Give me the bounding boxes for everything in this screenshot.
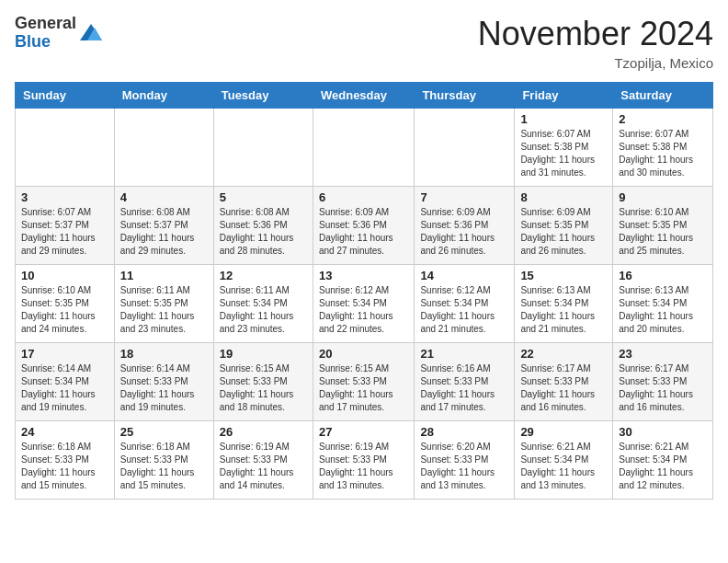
week-row-3: 10Sunrise: 6:10 AMSunset: 5:35 PMDayligh… bbox=[16, 265, 713, 343]
day-number: 7 bbox=[420, 190, 508, 204]
day-cell: 3Sunrise: 6:07 AMSunset: 5:37 PMDaylight… bbox=[16, 187, 115, 265]
week-row-4: 17Sunrise: 6:14 AMSunset: 5:34 PMDayligh… bbox=[16, 343, 713, 421]
day-info: Sunrise: 6:15 AMSunset: 5:33 PMDaylight:… bbox=[220, 362, 307, 414]
week-row-2: 3Sunrise: 6:07 AMSunset: 5:37 PMDaylight… bbox=[16, 187, 713, 265]
day-number: 30 bbox=[619, 425, 707, 439]
day-number: 28 bbox=[420, 425, 508, 439]
day-number: 18 bbox=[120, 347, 208, 361]
day-info: Sunrise: 6:21 AMSunset: 5:34 PMDaylight:… bbox=[619, 441, 707, 492]
day-number: 26 bbox=[220, 425, 307, 439]
calendar-table: SundayMondayTuesdayWednesdayThursdayFrid… bbox=[15, 82, 713, 500]
month-title: November 2024 bbox=[478, 15, 713, 53]
day-info: Sunrise: 6:09 AMSunset: 5:36 PMDaylight:… bbox=[319, 206, 408, 258]
day-cell: 23Sunrise: 6:17 AMSunset: 5:33 PMDayligh… bbox=[613, 343, 713, 421]
day-info: Sunrise: 6:11 AMSunset: 5:35 PMDaylight:… bbox=[120, 284, 208, 336]
day-number: 27 bbox=[319, 425, 408, 439]
day-cell: 2Sunrise: 6:07 AMSunset: 5:38 PMDaylight… bbox=[613, 109, 713, 187]
day-cell: 11Sunrise: 6:11 AMSunset: 5:35 PMDayligh… bbox=[114, 265, 213, 343]
day-number: 10 bbox=[21, 269, 108, 282]
day-cell bbox=[313, 109, 414, 187]
day-number: 11 bbox=[120, 269, 208, 282]
day-cell: 28Sunrise: 6:20 AMSunset: 5:33 PMDayligh… bbox=[415, 421, 515, 500]
day-info: Sunrise: 6:19 AMSunset: 5:33 PMDaylight:… bbox=[220, 441, 307, 492]
day-info: Sunrise: 6:13 AMSunset: 5:34 PMDaylight:… bbox=[520, 284, 607, 336]
day-info: Sunrise: 6:21 AMSunset: 5:34 PMDaylight:… bbox=[520, 441, 607, 492]
day-info: Sunrise: 6:14 AMSunset: 5:33 PMDaylight:… bbox=[120, 362, 208, 414]
day-number: 2 bbox=[619, 112, 707, 126]
header-cell-wednesday: Wednesday bbox=[313, 83, 414, 109]
logo-blue: Blue bbox=[15, 32, 51, 51]
day-cell: 9Sunrise: 6:10 AMSunset: 5:35 PMDaylight… bbox=[613, 187, 713, 265]
day-cell bbox=[213, 109, 313, 187]
day-cell: 24Sunrise: 6:18 AMSunset: 5:33 PMDayligh… bbox=[16, 421, 115, 500]
day-number: 23 bbox=[619, 347, 707, 361]
day-info: Sunrise: 6:08 AMSunset: 5:36 PMDaylight:… bbox=[220, 206, 307, 258]
day-info: Sunrise: 6:10 AMSunset: 5:35 PMDaylight:… bbox=[21, 284, 108, 336]
day-number: 8 bbox=[520, 190, 607, 204]
day-cell: 14Sunrise: 6:12 AMSunset: 5:34 PMDayligh… bbox=[415, 265, 515, 343]
header-cell-friday: Friday bbox=[515, 83, 613, 109]
page-header: General Blue November 2024 Tzopilja, Mex… bbox=[15, 15, 713, 71]
day-cell: 22Sunrise: 6:17 AMSunset: 5:33 PMDayligh… bbox=[515, 343, 613, 421]
day-info: Sunrise: 6:18 AMSunset: 5:33 PMDaylight:… bbox=[21, 441, 108, 492]
day-number: 16 bbox=[619, 269, 707, 282]
day-info: Sunrise: 6:07 AMSunset: 5:38 PMDaylight:… bbox=[619, 128, 707, 179]
day-info: Sunrise: 6:10 AMSunset: 5:35 PMDaylight:… bbox=[619, 206, 707, 258]
header-row: SundayMondayTuesdayWednesdayThursdayFrid… bbox=[16, 83, 713, 109]
day-cell: 6Sunrise: 6:09 AMSunset: 5:36 PMDaylight… bbox=[313, 187, 414, 265]
day-info: Sunrise: 6:12 AMSunset: 5:34 PMDaylight:… bbox=[420, 284, 508, 336]
logo: General Blue bbox=[15, 15, 104, 52]
location: Tzopilja, Mexico bbox=[478, 55, 713, 71]
header-cell-thursday: Thursday bbox=[415, 83, 515, 109]
day-number: 22 bbox=[520, 347, 607, 361]
day-cell: 27Sunrise: 6:19 AMSunset: 5:33 PMDayligh… bbox=[313, 421, 414, 500]
day-cell: 25Sunrise: 6:18 AMSunset: 5:33 PMDayligh… bbox=[114, 421, 213, 500]
day-info: Sunrise: 6:16 AMSunset: 5:33 PMDaylight:… bbox=[420, 362, 508, 414]
day-info: Sunrise: 6:07 AMSunset: 5:37 PMDaylight:… bbox=[21, 206, 108, 258]
day-info: Sunrise: 6:15 AMSunset: 5:33 PMDaylight:… bbox=[319, 362, 408, 414]
day-cell: 5Sunrise: 6:08 AMSunset: 5:36 PMDaylight… bbox=[213, 187, 313, 265]
day-cell: 18Sunrise: 6:14 AMSunset: 5:33 PMDayligh… bbox=[114, 343, 213, 421]
day-cell: 20Sunrise: 6:15 AMSunset: 5:33 PMDayligh… bbox=[313, 343, 414, 421]
day-cell bbox=[114, 109, 213, 187]
header-cell-tuesday: Tuesday bbox=[213, 83, 313, 109]
day-number: 17 bbox=[21, 347, 108, 361]
day-number: 12 bbox=[220, 269, 307, 282]
day-info: Sunrise: 6:07 AMSunset: 5:38 PMDaylight:… bbox=[520, 128, 607, 179]
day-number: 13 bbox=[319, 269, 408, 282]
day-number: 1 bbox=[520, 112, 607, 126]
calendar-body: 1Sunrise: 6:07 AMSunset: 5:38 PMDaylight… bbox=[16, 109, 713, 500]
day-number: 21 bbox=[420, 347, 508, 361]
day-cell bbox=[415, 109, 515, 187]
day-cell: 8Sunrise: 6:09 AMSunset: 5:35 PMDaylight… bbox=[515, 187, 613, 265]
logo-general: General bbox=[15, 14, 76, 32]
day-cell: 12Sunrise: 6:11 AMSunset: 5:34 PMDayligh… bbox=[213, 265, 313, 343]
day-info: Sunrise: 6:12 AMSunset: 5:34 PMDaylight:… bbox=[319, 284, 408, 336]
day-cell: 26Sunrise: 6:19 AMSunset: 5:33 PMDayligh… bbox=[213, 421, 313, 500]
day-number: 9 bbox=[619, 190, 707, 204]
day-info: Sunrise: 6:11 AMSunset: 5:34 PMDaylight:… bbox=[220, 284, 307, 336]
day-number: 24 bbox=[21, 425, 108, 439]
day-cell: 16Sunrise: 6:13 AMSunset: 5:34 PMDayligh… bbox=[613, 265, 713, 343]
day-number: 25 bbox=[120, 425, 208, 439]
day-cell: 29Sunrise: 6:21 AMSunset: 5:34 PMDayligh… bbox=[515, 421, 613, 500]
day-cell: 17Sunrise: 6:14 AMSunset: 5:34 PMDayligh… bbox=[16, 343, 115, 421]
day-info: Sunrise: 6:19 AMSunset: 5:33 PMDaylight:… bbox=[319, 441, 408, 492]
header-cell-saturday: Saturday bbox=[613, 83, 713, 109]
day-number: 4 bbox=[120, 190, 208, 204]
day-cell: 7Sunrise: 6:09 AMSunset: 5:36 PMDaylight… bbox=[415, 187, 515, 265]
day-number: 29 bbox=[520, 425, 607, 439]
week-row-5: 24Sunrise: 6:18 AMSunset: 5:33 PMDayligh… bbox=[16, 421, 713, 500]
day-info: Sunrise: 6:13 AMSunset: 5:34 PMDaylight:… bbox=[619, 284, 707, 336]
day-number: 19 bbox=[220, 347, 307, 361]
week-row-1: 1Sunrise: 6:07 AMSunset: 5:38 PMDaylight… bbox=[16, 109, 713, 187]
day-cell: 4Sunrise: 6:08 AMSunset: 5:37 PMDaylight… bbox=[114, 187, 213, 265]
day-number: 14 bbox=[420, 269, 508, 282]
day-info: Sunrise: 6:20 AMSunset: 5:33 PMDaylight:… bbox=[420, 441, 508, 492]
day-info: Sunrise: 6:09 AMSunset: 5:35 PMDaylight:… bbox=[520, 206, 607, 258]
title-block: November 2024 Tzopilja, Mexico bbox=[478, 15, 713, 71]
header-cell-sunday: Sunday bbox=[16, 83, 115, 109]
day-info: Sunrise: 6:18 AMSunset: 5:33 PMDaylight:… bbox=[120, 441, 208, 492]
header-cell-monday: Monday bbox=[114, 83, 213, 109]
day-number: 5 bbox=[220, 190, 307, 204]
